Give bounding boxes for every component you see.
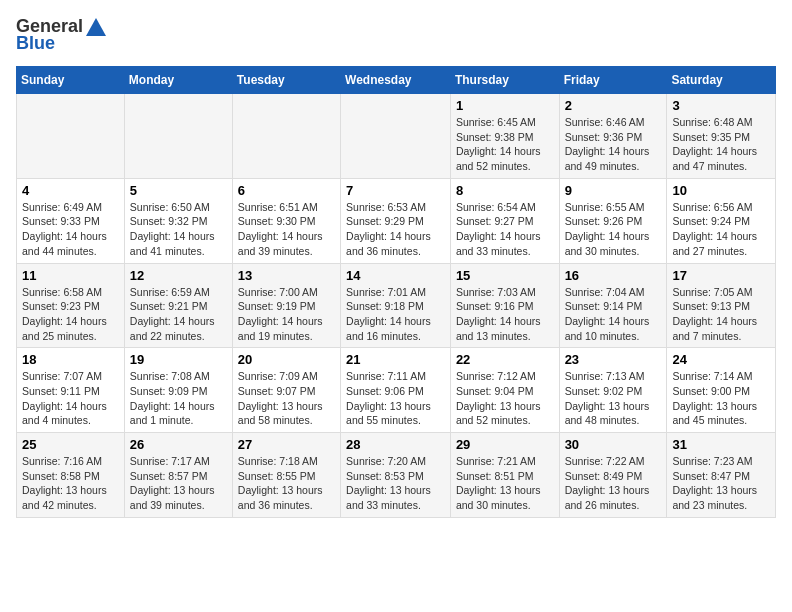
day-number: 8 [456, 183, 554, 198]
weekday-header-sunday: Sunday [17, 67, 125, 94]
day-number: 9 [565, 183, 662, 198]
cell-content: Sunrise: 7:13 AM Sunset: 9:02 PM Dayligh… [565, 369, 662, 428]
calendar-cell: 11Sunrise: 6:58 AM Sunset: 9:23 PM Dayli… [17, 263, 125, 348]
day-number: 27 [238, 437, 335, 452]
cell-content: Sunrise: 7:23 AM Sunset: 8:47 PM Dayligh… [672, 454, 770, 513]
cell-content: Sunrise: 6:56 AM Sunset: 9:24 PM Dayligh… [672, 200, 770, 259]
calendar-week-row: 1Sunrise: 6:45 AM Sunset: 9:38 PM Daylig… [17, 94, 776, 179]
calendar-cell: 3Sunrise: 6:48 AM Sunset: 9:35 PM Daylig… [667, 94, 776, 179]
cell-content: Sunrise: 6:59 AM Sunset: 9:21 PM Dayligh… [130, 285, 227, 344]
cell-content: Sunrise: 6:48 AM Sunset: 9:35 PM Dayligh… [672, 115, 770, 174]
calendar-week-row: 4Sunrise: 6:49 AM Sunset: 9:33 PM Daylig… [17, 178, 776, 263]
day-number: 10 [672, 183, 770, 198]
cell-content: Sunrise: 6:54 AM Sunset: 9:27 PM Dayligh… [456, 200, 554, 259]
day-number: 13 [238, 268, 335, 283]
header: General Blue [16, 16, 776, 54]
calendar-cell [341, 94, 451, 179]
day-number: 4 [22, 183, 119, 198]
calendar-cell: 30Sunrise: 7:22 AM Sunset: 8:49 PM Dayli… [559, 433, 667, 518]
logo-icon [86, 18, 106, 36]
cell-content: Sunrise: 6:50 AM Sunset: 9:32 PM Dayligh… [130, 200, 227, 259]
day-number: 7 [346, 183, 445, 198]
weekday-header-tuesday: Tuesday [232, 67, 340, 94]
calendar-cell [232, 94, 340, 179]
day-number: 11 [22, 268, 119, 283]
cell-content: Sunrise: 6:45 AM Sunset: 9:38 PM Dayligh… [456, 115, 554, 174]
calendar-table: SundayMondayTuesdayWednesdayThursdayFrid… [16, 66, 776, 518]
calendar-cell: 16Sunrise: 7:04 AM Sunset: 9:14 PM Dayli… [559, 263, 667, 348]
cell-content: Sunrise: 7:00 AM Sunset: 9:19 PM Dayligh… [238, 285, 335, 344]
calendar-cell: 21Sunrise: 7:11 AM Sunset: 9:06 PM Dayli… [341, 348, 451, 433]
calendar-cell: 18Sunrise: 7:07 AM Sunset: 9:11 PM Dayli… [17, 348, 125, 433]
cell-content: Sunrise: 6:53 AM Sunset: 9:29 PM Dayligh… [346, 200, 445, 259]
day-number: 25 [22, 437, 119, 452]
day-number: 29 [456, 437, 554, 452]
cell-content: Sunrise: 7:20 AM Sunset: 8:53 PM Dayligh… [346, 454, 445, 513]
cell-content: Sunrise: 6:55 AM Sunset: 9:26 PM Dayligh… [565, 200, 662, 259]
calendar-cell: 2Sunrise: 6:46 AM Sunset: 9:36 PM Daylig… [559, 94, 667, 179]
logo: General Blue [16, 16, 106, 54]
calendar-cell [124, 94, 232, 179]
cell-content: Sunrise: 7:05 AM Sunset: 9:13 PM Dayligh… [672, 285, 770, 344]
calendar-cell: 26Sunrise: 7:17 AM Sunset: 8:57 PM Dayli… [124, 433, 232, 518]
cell-content: Sunrise: 6:51 AM Sunset: 9:30 PM Dayligh… [238, 200, 335, 259]
calendar-cell: 20Sunrise: 7:09 AM Sunset: 9:07 PM Dayli… [232, 348, 340, 433]
cell-content: Sunrise: 6:49 AM Sunset: 9:33 PM Dayligh… [22, 200, 119, 259]
cell-content: Sunrise: 7:01 AM Sunset: 9:18 PM Dayligh… [346, 285, 445, 344]
cell-content: Sunrise: 7:03 AM Sunset: 9:16 PM Dayligh… [456, 285, 554, 344]
weekday-header-saturday: Saturday [667, 67, 776, 94]
calendar-cell: 24Sunrise: 7:14 AM Sunset: 9:00 PM Dayli… [667, 348, 776, 433]
day-number: 2 [565, 98, 662, 113]
cell-content: Sunrise: 7:12 AM Sunset: 9:04 PM Dayligh… [456, 369, 554, 428]
day-number: 14 [346, 268, 445, 283]
cell-content: Sunrise: 7:08 AM Sunset: 9:09 PM Dayligh… [130, 369, 227, 428]
weekday-header-thursday: Thursday [450, 67, 559, 94]
day-number: 19 [130, 352, 227, 367]
calendar-cell: 13Sunrise: 7:00 AM Sunset: 9:19 PM Dayli… [232, 263, 340, 348]
cell-content: Sunrise: 6:46 AM Sunset: 9:36 PM Dayligh… [565, 115, 662, 174]
day-number: 6 [238, 183, 335, 198]
calendar-cell: 5Sunrise: 6:50 AM Sunset: 9:32 PM Daylig… [124, 178, 232, 263]
calendar-week-row: 11Sunrise: 6:58 AM Sunset: 9:23 PM Dayli… [17, 263, 776, 348]
cell-content: Sunrise: 6:58 AM Sunset: 9:23 PM Dayligh… [22, 285, 119, 344]
cell-content: Sunrise: 7:22 AM Sunset: 8:49 PM Dayligh… [565, 454, 662, 513]
day-number: 15 [456, 268, 554, 283]
calendar-cell: 28Sunrise: 7:20 AM Sunset: 8:53 PM Dayli… [341, 433, 451, 518]
calendar-cell: 31Sunrise: 7:23 AM Sunset: 8:47 PM Dayli… [667, 433, 776, 518]
day-number: 30 [565, 437, 662, 452]
day-number: 5 [130, 183, 227, 198]
day-number: 31 [672, 437, 770, 452]
weekday-header-friday: Friday [559, 67, 667, 94]
day-number: 1 [456, 98, 554, 113]
day-number: 20 [238, 352, 335, 367]
day-number: 26 [130, 437, 227, 452]
calendar-cell: 25Sunrise: 7:16 AM Sunset: 8:58 PM Dayli… [17, 433, 125, 518]
calendar-cell: 22Sunrise: 7:12 AM Sunset: 9:04 PM Dayli… [450, 348, 559, 433]
day-number: 28 [346, 437, 445, 452]
calendar-cell: 4Sunrise: 6:49 AM Sunset: 9:33 PM Daylig… [17, 178, 125, 263]
calendar-week-row: 18Sunrise: 7:07 AM Sunset: 9:11 PM Dayli… [17, 348, 776, 433]
calendar-cell: 27Sunrise: 7:18 AM Sunset: 8:55 PM Dayli… [232, 433, 340, 518]
weekday-header-wednesday: Wednesday [341, 67, 451, 94]
cell-content: Sunrise: 7:16 AM Sunset: 8:58 PM Dayligh… [22, 454, 119, 513]
day-number: 22 [456, 352, 554, 367]
calendar-cell: 17Sunrise: 7:05 AM Sunset: 9:13 PM Dayli… [667, 263, 776, 348]
calendar-cell: 23Sunrise: 7:13 AM Sunset: 9:02 PM Dayli… [559, 348, 667, 433]
cell-content: Sunrise: 7:17 AM Sunset: 8:57 PM Dayligh… [130, 454, 227, 513]
cell-content: Sunrise: 7:04 AM Sunset: 9:14 PM Dayligh… [565, 285, 662, 344]
logo-blue-text: Blue [16, 33, 55, 54]
calendar-cell: 10Sunrise: 6:56 AM Sunset: 9:24 PM Dayli… [667, 178, 776, 263]
cell-content: Sunrise: 7:14 AM Sunset: 9:00 PM Dayligh… [672, 369, 770, 428]
day-number: 21 [346, 352, 445, 367]
calendar-cell: 7Sunrise: 6:53 AM Sunset: 9:29 PM Daylig… [341, 178, 451, 263]
calendar-cell: 14Sunrise: 7:01 AM Sunset: 9:18 PM Dayli… [341, 263, 451, 348]
cell-content: Sunrise: 7:21 AM Sunset: 8:51 PM Dayligh… [456, 454, 554, 513]
calendar-cell: 12Sunrise: 6:59 AM Sunset: 9:21 PM Dayli… [124, 263, 232, 348]
day-number: 18 [22, 352, 119, 367]
calendar-cell: 19Sunrise: 7:08 AM Sunset: 9:09 PM Dayli… [124, 348, 232, 433]
day-number: 3 [672, 98, 770, 113]
cell-content: Sunrise: 7:11 AM Sunset: 9:06 PM Dayligh… [346, 369, 445, 428]
day-number: 16 [565, 268, 662, 283]
day-number: 23 [565, 352, 662, 367]
cell-content: Sunrise: 7:18 AM Sunset: 8:55 PM Dayligh… [238, 454, 335, 513]
